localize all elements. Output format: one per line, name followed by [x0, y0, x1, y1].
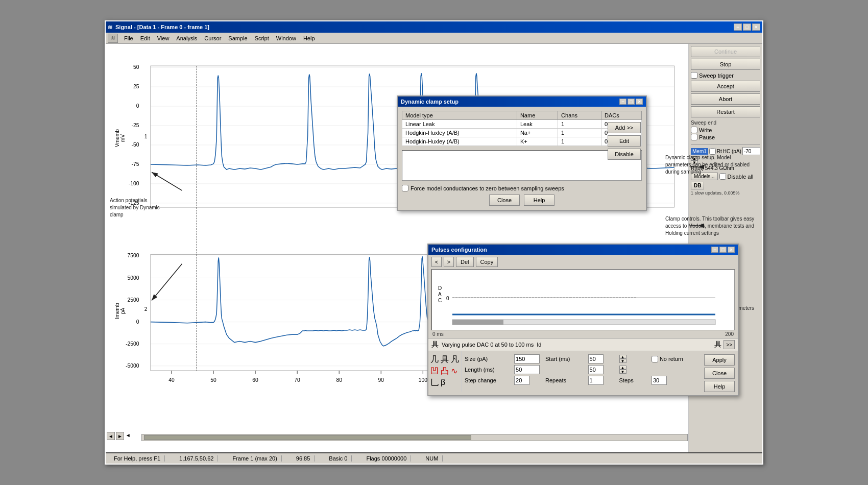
pulse-timeline: 0 ms 200 — [428, 330, 738, 338]
start-spin-down[interactable]: ▼ — [619, 359, 626, 363]
dc-bottom-buttons: Close Help — [402, 195, 642, 206]
mem-checkbox[interactable] — [709, 148, 716, 155]
pause-checkbox[interactable] — [691, 134, 697, 140]
pulses-toolbar: < > Del Copy — [428, 255, 738, 269]
app-icon: ≋ — [108, 24, 112, 31]
model-type-2: Hodgkin-Huxley (A/B) — [402, 137, 517, 146]
menu-view[interactable]: View — [154, 34, 173, 42]
pulse-icon-wave[interactable]: 凸 — [441, 366, 449, 377]
menu-script[interactable]: Script — [252, 34, 272, 42]
pulse-icon-row-2: 凹 凸 ∿ — [430, 366, 459, 377]
dc-maximize[interactable]: □ — [628, 99, 635, 105]
dc-add-button[interactable]: Add >> — [608, 122, 641, 133]
continue-button[interactable]: Continue — [691, 46, 760, 57]
num-display: NUM — [421, 455, 443, 462]
pc-close-button[interactable]: Close — [704, 368, 735, 379]
window-title: Signal - [Data 1 - Frame 0 - frame 1] — [115, 24, 209, 30]
pulse-info-bar: 具 Varying pulse DAC 0 at 50 to 100 ms Id… — [428, 338, 738, 351]
db-button[interactable]: DB — [691, 182, 704, 189]
menu-sample[interactable]: Sample — [225, 34, 250, 42]
pc-prev-button[interactable]: < — [431, 257, 442, 267]
pulses-config-title-bar: Pulses configuration − □ × — [428, 245, 738, 255]
accept-button[interactable]: Accept — [691, 81, 760, 92]
dc-force-zero-label: Force model conductances to zero between… — [411, 185, 564, 191]
dynamic-clamp-title: Dynamic clamp setup — [401, 99, 459, 105]
close-button[interactable]: × — [752, 23, 760, 31]
pulses-config-content: < > Del Copy D A C 0 — [428, 255, 738, 395]
pc-help-button[interactable]: Help — [704, 381, 735, 392]
pc-next-button[interactable]: > — [444, 257, 454, 267]
menu-cursor[interactable]: Cursor — [201, 34, 224, 42]
pause-row: Pause — [691, 134, 760, 140]
pc-del-button[interactable]: Del — [456, 257, 474, 267]
pulse-icon-ramp[interactable]: 具 — [441, 354, 449, 365]
horizontal-scrollbar[interactable] — [141, 434, 688, 441]
dc-disable-button[interactable]: Disable — [608, 149, 641, 160]
model-type-0: Linear Leak — [402, 120, 517, 129]
menu-analysis[interactable]: Analysis — [173, 34, 200, 42]
x-label-80: 80 — [336, 377, 342, 383]
dc-help-button[interactable]: Help — [524, 195, 554, 206]
size-input[interactable] — [514, 354, 540, 363]
info-icon-right[interactable]: 具 — [714, 340, 721, 349]
pulse-icon-tri[interactable]: 凡 — [451, 354, 459, 365]
menu-edit[interactable]: Edit — [137, 34, 153, 42]
length-label: Length (ms) — [465, 367, 511, 373]
dc-minimize[interactable]: − — [619, 99, 626, 105]
col-chans: Chans — [558, 111, 601, 120]
pulse-icon-p[interactable]: β — [441, 378, 445, 389]
pulse-icon-alt[interactable]: ∿ — [451, 366, 457, 377]
minimize-button[interactable]: − — [734, 23, 742, 31]
x-label-40: 40 — [168, 377, 175, 383]
restart-button[interactable]: Restart — [691, 106, 760, 117]
pc-copy-button[interactable]: Copy — [476, 257, 498, 267]
frame-display: Frame 1 (max 20) — [228, 455, 281, 462]
no-return-container: No return — [652, 356, 698, 362]
pulse-icon-l[interactable]: 乚 — [430, 378, 439, 389]
no-return-checkbox[interactable] — [652, 356, 658, 362]
dc-force-zero-checkbox[interactable] — [402, 185, 408, 191]
abort-button[interactable]: Abort — [691, 93, 760, 105]
step-input[interactable] — [514, 376, 529, 385]
pc-minimize[interactable]: − — [711, 247, 718, 253]
repeats-input[interactable] — [588, 376, 604, 385]
apply-button[interactable]: Apply — [704, 354, 735, 366]
length-spin-down[interactable]: ▼ — [619, 370, 626, 374]
start-input[interactable] — [588, 354, 604, 363]
pulse-canvas: D A C 0 — [431, 269, 735, 330]
sweep-trigger-row: Sweep trigger — [691, 72, 760, 79]
menu-help[interactable]: Help — [300, 34, 318, 42]
info-id: Id — [537, 342, 541, 348]
write-checkbox[interactable] — [691, 127, 697, 133]
channel-1-marker: 1 — [144, 134, 148, 139]
length-input[interactable] — [514, 365, 540, 374]
chart-nav-next[interactable]: ► — [116, 432, 124, 440]
dc-close[interactable]: × — [636, 99, 643, 105]
pulse-icon-square[interactable]: 几 — [430, 354, 439, 365]
pulse-icon-sine[interactable]: 凹 — [430, 366, 439, 377]
annotation-right-top: Dynamic clamp setup. Model parameters ca… — [665, 154, 757, 176]
info-icon-left[interactable]: 具 — [431, 340, 439, 349]
pulse-icon-bar: 几 具 凡 凹 凸 ∿ 乚 β — [428, 351, 462, 392]
stop-button[interactable]: Stop — [691, 59, 760, 70]
dc-edit-button[interactable]: Edit — [608, 135, 641, 147]
info-text: Varying pulse DAC 0 at 50 to 100 ms — [442, 342, 534, 348]
length-input2[interactable] — [588, 365, 604, 374]
col-model-type: Model type — [402, 111, 517, 120]
imemb-unit: pA — [120, 308, 126, 314]
table-row: Hodgkin-Huxley (A/B) K+ 1 0 — [402, 137, 642, 146]
pc-close-x[interactable]: × — [728, 247, 735, 253]
steps-input[interactable] — [652, 376, 667, 385]
chart-nav-prev[interactable]: ◄ — [107, 432, 115, 440]
menu-file[interactable]: File — [121, 34, 136, 42]
pause-label: Pause — [699, 134, 715, 140]
dc-close-button[interactable]: Close — [489, 195, 520, 206]
menu-window[interactable]: Window — [273, 34, 299, 42]
svg-rect-38 — [452, 320, 503, 325]
app-menu-icon[interactable]: ≋ — [108, 34, 118, 43]
info-arrows-button[interactable]: >> — [724, 340, 735, 349]
pc-maximize[interactable]: □ — [719, 247, 727, 253]
maximize-button[interactable]: □ — [743, 23, 751, 31]
sweep-trigger-checkbox[interactable] — [691, 72, 697, 79]
col-dacs: DACs — [601, 111, 641, 120]
